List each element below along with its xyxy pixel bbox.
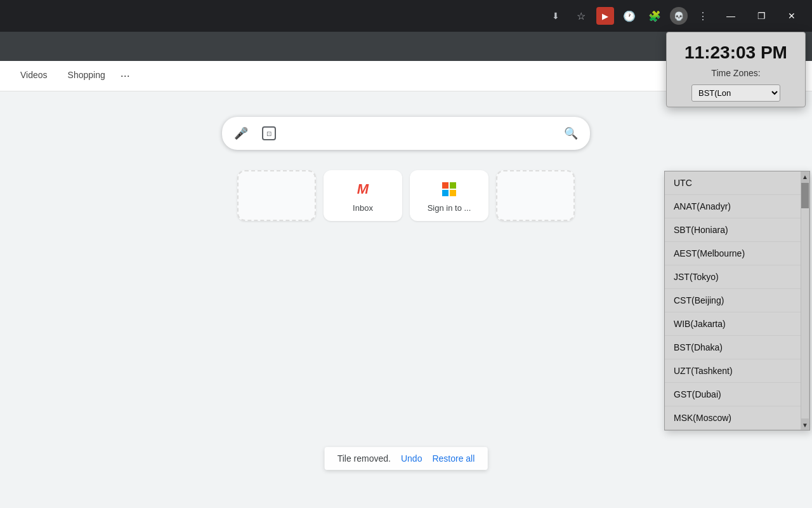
tz-item-wib[interactable]: WIB(Jakarta) <box>665 312 801 336</box>
empty-tile-left[interactable] <box>237 170 316 221</box>
scroll-thumb[interactable] <box>801 183 809 208</box>
tz-item-cst[interactable]: CST(Beijing) <box>665 289 801 312</box>
tz-item-bst-dhaka[interactable]: BST(Dhaka) <box>665 336 801 359</box>
empty-tile-right[interactable] <box>496 170 575 221</box>
window-controls: ⬇ ☆ ▶ 🕐 🧩 💀 ⋮ — ❐ ✕ <box>546 3 804 29</box>
search-button[interactable]: 🔍 <box>560 122 582 145</box>
tz-item-anat[interactable]: ANAT(Anadyr) <box>665 195 801 218</box>
search-icon: 🔍 <box>564 126 578 140</box>
timezone-dropdown: UTC ANAT(Anadyr) SBT(Honiara) AEST(Melbo… <box>664 171 810 431</box>
mic-button[interactable]: 🎤 <box>230 122 252 145</box>
quick-access-tiles: M Inbox Sign in to ... <box>237 170 575 221</box>
scroll-up-button[interactable]: ▲ <box>801 171 809 182</box>
download-icon[interactable]: ⬇ <box>546 6 566 26</box>
history-clock-icon[interactable]: 🕐 <box>619 6 639 26</box>
microsoft-tile-label: Sign in to ... <box>428 203 471 213</box>
scroll-down-button[interactable]: ▼ <box>801 420 809 430</box>
nav-shopping[interactable]: Shopping <box>58 61 115 91</box>
search-input[interactable] <box>285 128 554 139</box>
notification-text: Tile removed. <box>337 453 391 464</box>
microsoft-icon <box>439 179 459 199</box>
nav-more-button[interactable]: ··· <box>115 61 135 91</box>
notification-bar: Tile removed. Undo Restore all <box>325 447 488 470</box>
restore-button[interactable]: ❐ <box>749 3 774 29</box>
clock-time: 11:23:03 PM <box>674 43 797 63</box>
mic-icon: 🎤 <box>234 126 248 140</box>
scroll-track <box>801 183 809 418</box>
timezone-list[interactable]: UTC ANAT(Anadyr) SBT(Honiara) AEST(Melbo… <box>665 171 801 430</box>
time-zones-label: Time Zones: <box>674 68 797 78</box>
bookmark-icon[interactable]: ☆ <box>571 6 591 26</box>
restore-all-link[interactable]: Restore all <box>432 453 475 464</box>
timezone-select[interactable]: BST(Lon <box>691 84 780 102</box>
tz-item-jst[interactable]: JST(Tokyo) <box>665 265 801 289</box>
lens-icon: ⊡ <box>262 126 276 140</box>
tz-item-uzt[interactable]: UZT(Tashkent) <box>665 359 801 383</box>
gmail-tile[interactable]: M Inbox <box>324 170 402 221</box>
tz-item-gst[interactable]: GST(Dubai) <box>665 383 801 406</box>
ext1-icon[interactable]: ▶ <box>596 7 614 25</box>
chrome-more-icon[interactable]: ⋮ <box>693 6 713 26</box>
nav-videos[interactable]: Videos <box>10 61 58 91</box>
minimize-button[interactable]: — <box>718 3 743 29</box>
tz-item-utc[interactable]: UTC <box>665 171 801 195</box>
main-content: 🎤 ⊡ 🔍 M Inbox <box>0 91 812 508</box>
gmail-tile-label: Inbox <box>353 203 373 213</box>
undo-link[interactable]: Undo <box>401 453 422 464</box>
microsoft-tile[interactable]: Sign in to ... <box>410 170 488 221</box>
tz-item-aest[interactable]: AEST(Melbourne) <box>665 242 801 265</box>
gmail-icon: M <box>353 179 373 199</box>
timezone-scrollbar[interactable]: ▲ ▼ <box>801 171 809 430</box>
chrome-titlebar: ⬇ ☆ ▶ 🕐 🧩 💀 ⋮ — ❐ ✕ <box>0 0 812 32</box>
tz-item-msk[interactable]: MSK(Moscow) <box>665 406 801 430</box>
clock-popup: 11:23:03 PM Time Zones: BST(Lon UTC ANAT… <box>666 32 806 107</box>
avatar-icon[interactable]: 💀 <box>670 7 688 25</box>
extensions-icon[interactable]: 🧩 <box>645 6 665 26</box>
search-bar[interactable]: 🎤 ⊡ 🔍 <box>222 117 590 150</box>
lens-button[interactable]: ⊡ <box>258 122 280 145</box>
close-button[interactable]: ✕ <box>779 3 804 29</box>
tz-item-sbt[interactable]: SBT(Honiara) <box>665 218 801 242</box>
